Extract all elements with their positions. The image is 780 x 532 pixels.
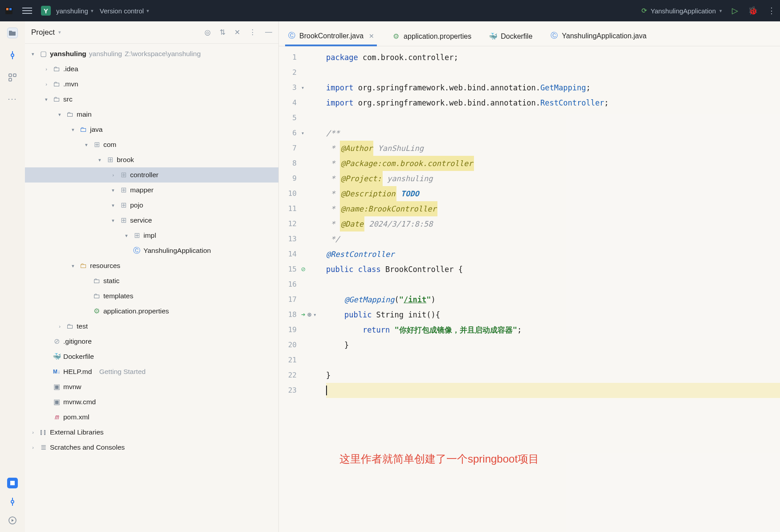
chevron-down-icon[interactable]: ▾: [110, 218, 117, 223]
code-line[interactable]: [326, 65, 780, 80]
chevron-down-icon[interactable]: ▾: [69, 263, 77, 269]
code-line[interactable]: @GetMapping("/init"): [326, 292, 780, 307]
chevron-down-icon[interactable]: ▾: [69, 127, 77, 133]
chevron-down-icon[interactable]: ▾: [29, 51, 37, 57]
chevron-right-icon[interactable]: ›: [110, 172, 117, 178]
tree-node[interactable]: ▾🗀resources: [25, 258, 278, 273]
tree-node[interactable]: ▾▣mvnw: [25, 379, 278, 394]
code-body[interactable]: package com.brook.controller;import org.…: [323, 46, 780, 532]
editor-tab[interactable]: 🐳Dockerfile: [486, 28, 535, 46]
code-editor[interactable]: 1234567891011121314151617181920212223 ▾▾…: [279, 46, 780, 532]
tree-node[interactable]: ▾mpom.xml: [25, 410, 278, 425]
tree-node[interactable]: ▾ⒸYanshulingApplication: [25, 243, 278, 258]
tree-node[interactable]: ▾🗀java: [25, 122, 278, 137]
chevron-right-icon[interactable]: ›: [29, 445, 37, 450]
tree-root[interactable]: ▾ ▢ yanshuling yanshuling Z:\workspace\y…: [25, 46, 278, 61]
chevron-down-icon[interactable]: ▾: [58, 29, 61, 35]
collapse-button[interactable]: ✕: [234, 28, 240, 37]
code-line[interactable]: [326, 353, 780, 368]
tree-node[interactable]: ▾🗀src: [25, 92, 278, 107]
code-line[interactable]: @RestController: [326, 247, 780, 262]
tree-node[interactable]: ▾🗀main: [25, 107, 278, 122]
more-menu-button[interactable]: ⋮: [768, 6, 776, 16]
tree-node[interactable]: ▾⊞impl: [25, 228, 278, 243]
tree-node[interactable]: ▾🗀static: [25, 273, 278, 288]
run-config-selector[interactable]: ⟳ YanshulingApplication ▾: [641, 7, 723, 15]
chevron-down-icon[interactable]: ▾: [83, 142, 90, 148]
debug-button[interactable]: 🐞: [748, 6, 758, 16]
tree-node[interactable]: ▾⊞com: [25, 137, 278, 152]
editor-tab[interactable]: ⒸBrookController.java✕: [285, 27, 377, 46]
chevron-right-icon[interactable]: ›: [56, 324, 63, 329]
code-line[interactable]: return "你好打包成镜像，并且启动成容器";: [326, 322, 780, 337]
fold-icon[interactable]: ▾: [301, 80, 304, 95]
code-line[interactable]: * @Package:com.brook.controller: [326, 156, 780, 171]
structure-tool-button[interactable]: [7, 72, 18, 83]
tree-node-selected[interactable]: ›⊞controller: [25, 167, 278, 183]
version-control-menu[interactable]: Version control ▾: [100, 7, 149, 15]
run-tool-button[interactable]: [7, 515, 18, 526]
project-selector[interactable]: Y yanshuling ▾: [41, 6, 94, 16]
tree-node[interactable]: ▾⚙application.properties: [25, 304, 278, 319]
code-line[interactable]: import org.springframework.web.bind.anno…: [326, 80, 780, 95]
code-line[interactable]: * @Description TODO: [326, 186, 780, 201]
code-line[interactable]: public String init(){: [326, 307, 780, 322]
close-icon[interactable]: ✕: [369, 32, 374, 40]
code-line[interactable]: import org.springframework.web.bind.anno…: [326, 95, 780, 110]
chevron-down-icon[interactable]: ▾: [56, 112, 63, 118]
run-gutter-icon[interactable]: ➔: [301, 307, 306, 322]
tree-node[interactable]: ▾M↓HELP.md Getting Started: [25, 364, 278, 379]
tree-node[interactable]: ▾⊞service: [25, 213, 278, 228]
code-line[interactable]: /**: [326, 126, 780, 141]
project-tree[interactable]: ▾ ▢ yanshuling yanshuling Z:\workspace\y…: [25, 44, 278, 532]
tree-node[interactable]: ▾⊞pojo: [25, 198, 278, 213]
code-line[interactable]: }: [326, 337, 780, 353]
tree-node[interactable]: ▾⊘.gitignore: [25, 334, 278, 349]
code-line[interactable]: * @Project: yanshuling: [326, 171, 780, 186]
main-menu-button[interactable]: [20, 5, 35, 16]
fold-icon[interactable]: ▾: [301, 126, 304, 141]
code-line[interactable]: }: [326, 368, 780, 383]
chevron-right-icon[interactable]: ›: [29, 430, 37, 435]
code-line[interactable]: [326, 110, 780, 126]
fold-gutter[interactable]: ▾▾⊘➔⊛▾: [301, 46, 323, 532]
code-line[interactable]: * @Author YanShuLing: [326, 141, 780, 156]
hide-panel-button[interactable]: —: [265, 28, 272, 37]
tree-node[interactable]: ▾🐳Dockerfile: [25, 349, 278, 364]
chevron-down-icon[interactable]: ▾: [110, 187, 117, 193]
tree-node[interactable]: ▾⊞mapper: [25, 183, 278, 198]
tree-node[interactable]: ›🗀test: [25, 319, 278, 334]
chevron-down-icon[interactable]: ▾: [43, 97, 50, 102]
chevron-right-icon[interactable]: ›: [43, 66, 50, 72]
code-line[interactable]: * @Date 2024/3/17:8:58: [326, 216, 780, 231]
tree-node[interactable]: ›≣Scratches and Consoles: [25, 440, 278, 455]
code-line[interactable]: package com.brook.controller;: [326, 50, 780, 65]
chevron-down-icon[interactable]: ▾: [96, 157, 103, 163]
editor-tab[interactable]: ⚙application.properties: [389, 28, 474, 46]
tree-node[interactable]: ▾🗀templates: [25, 288, 278, 304]
commit-tool-button[interactable]: [7, 50, 18, 61]
chevron-right-icon[interactable]: ›: [43, 81, 50, 87]
tree-node[interactable]: ▾▣mvnw.cmd: [25, 394, 278, 410]
git-tool-button[interactable]: [7, 496, 18, 507]
url-gutter-icon[interactable]: ⊛: [307, 307, 312, 322]
more-tools-button[interactable]: ···: [8, 94, 17, 104]
tree-node[interactable]: ›🗀.idea: [25, 61, 278, 77]
tree-node[interactable]: ›🗀.mvn: [25, 77, 278, 92]
editor-tab[interactable]: ⒸYanshulingApplication.java: [547, 27, 649, 46]
code-line[interactable]: */: [326, 231, 780, 247]
chevron-down-icon[interactable]: ▾: [110, 203, 117, 208]
fold-icon[interactable]: ▾: [313, 307, 316, 322]
services-tool-button[interactable]: [7, 478, 18, 488]
panel-options-button[interactable]: ⋮: [249, 28, 256, 37]
code-line[interactable]: [326, 383, 780, 398]
code-line[interactable]: * @name:BrookController: [326, 201, 780, 216]
code-line[interactable]: [326, 277, 780, 292]
chevron-down-icon[interactable]: ▾: [123, 233, 130, 239]
project-tool-button[interactable]: [7, 28, 18, 38]
code-line[interactable]: public class BrookController {: [326, 262, 780, 277]
run-button[interactable]: ▷: [732, 6, 738, 16]
expand-all-button[interactable]: ⇅: [220, 28, 225, 37]
tree-node[interactable]: ▾⊞brook: [25, 152, 278, 167]
select-opened-file-button[interactable]: ◎: [204, 28, 211, 37]
